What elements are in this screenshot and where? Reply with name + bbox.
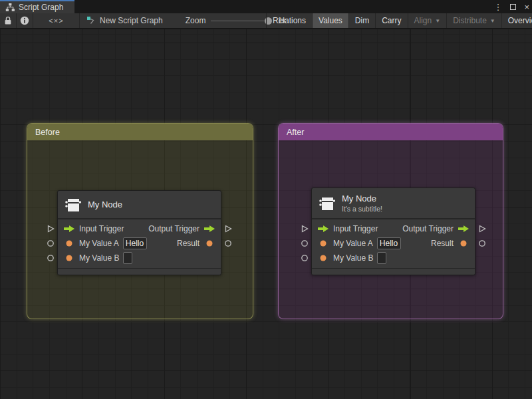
group-after-header[interactable]: After bbox=[279, 124, 503, 140]
flow-arrow-icon[interactable] bbox=[203, 225, 215, 233]
flow-arrow-icon[interactable] bbox=[63, 225, 75, 233]
value-a-input[interactable] bbox=[123, 237, 147, 249]
node-footer bbox=[58, 268, 221, 275]
group-before-label: Before bbox=[35, 128, 60, 137]
lock-button[interactable] bbox=[0, 13, 17, 28]
zoom-slider[interactable] bbox=[211, 17, 272, 25]
zoom-slider-track bbox=[211, 21, 272, 21]
inspector-button[interactable] bbox=[17, 13, 33, 28]
input-value-port-icon[interactable] bbox=[301, 254, 309, 262]
carry-button[interactable]: Carry bbox=[376, 13, 408, 28]
tab-script-graph[interactable]: Script Graph bbox=[0, 0, 74, 13]
port-row-value-a: My Value A Result bbox=[312, 236, 475, 251]
code-icon: <×> bbox=[49, 17, 63, 25]
node-header[interactable]: My Node It's a subtitle! bbox=[312, 188, 475, 219]
output-flow-port-icon[interactable] bbox=[478, 225, 486, 233]
close-icon[interactable]: × bbox=[524, 2, 529, 12]
unit-node-icon bbox=[65, 196, 82, 213]
node-title: My Node bbox=[342, 194, 382, 203]
port-row-value-a: My Value A Result bbox=[58, 236, 221, 251]
window-controls: ⋮ × bbox=[493, 0, 529, 13]
node-title: My Node bbox=[88, 200, 122, 209]
node-my-node-before[interactable]: My Node Input Trigger Output Trigge bbox=[57, 190, 221, 275]
carry-label: Carry bbox=[382, 16, 401, 25]
tab-title: Script Graph bbox=[19, 3, 63, 12]
input-value-port-icon[interactable] bbox=[47, 239, 55, 247]
group-before-header[interactable]: Before bbox=[27, 124, 253, 140]
port-row-trigger: Input Trigger Output Trigger bbox=[312, 221, 475, 236]
input-flow-port-icon[interactable] bbox=[301, 225, 309, 233]
input-flow-port-icon[interactable] bbox=[47, 225, 55, 233]
relations-button[interactable]: Relations bbox=[266, 13, 313, 28]
node-my-node-after[interactable]: My Node It's a subtitle! Input Trigger bbox=[311, 188, 475, 275]
window-menu-icon[interactable]: ⋮ bbox=[493, 2, 502, 12]
lock-icon bbox=[4, 16, 12, 25]
distribute-dropdown[interactable]: Distribute ▼ bbox=[447, 13, 502, 28]
graph-hierarchy-icon bbox=[5, 3, 15, 12]
graph-name-label: New Script Graph bbox=[100, 16, 163, 25]
values-button[interactable]: Values bbox=[313, 13, 349, 28]
value-dot-icon[interactable] bbox=[317, 254, 329, 263]
node-ports: Input Trigger Output Trigger bbox=[58, 219, 221, 267]
port-label: Result bbox=[177, 239, 200, 248]
values-label: Values bbox=[319, 16, 342, 25]
output-value-port-icon[interactable] bbox=[478, 239, 486, 247]
port-row-value-b: My Value B bbox=[312, 251, 475, 265]
dim-button[interactable]: Dim bbox=[349, 13, 376, 28]
value-b-input[interactable] bbox=[123, 252, 132, 264]
output-value-port-icon[interactable] bbox=[224, 239, 232, 247]
input-value-port-icon[interactable] bbox=[301, 239, 309, 247]
value-dot-icon[interactable] bbox=[63, 254, 75, 263]
value-a-input[interactable] bbox=[377, 237, 401, 249]
unit-node-icon bbox=[319, 195, 336, 212]
value-b-input[interactable] bbox=[377, 252, 386, 264]
zoom-label: Zoom bbox=[186, 16, 206, 25]
value-dot-icon[interactable] bbox=[203, 239, 215, 248]
output-flow-port-icon[interactable] bbox=[224, 225, 232, 233]
port-label: Input Trigger bbox=[333, 224, 378, 233]
flow-arrow-icon[interactable] bbox=[458, 225, 469, 233]
relations-label: Relations bbox=[273, 16, 306, 25]
port-label: Output Trigger bbox=[148, 224, 200, 233]
distribute-label: Distribute bbox=[453, 16, 487, 25]
input-value-port-icon[interactable] bbox=[47, 254, 55, 262]
node-header[interactable]: My Node bbox=[58, 191, 221, 219]
toolbar: <×> New Script Graph Zoom 1x Relatio bbox=[0, 13, 532, 29]
maximize-icon[interactable] bbox=[510, 4, 516, 10]
overview-label: Overview bbox=[508, 16, 532, 25]
port-label: My Value A bbox=[79, 239, 119, 248]
chevron-down-icon: ▼ bbox=[490, 18, 495, 24]
port-row-trigger: Input Trigger Output Trigger bbox=[58, 221, 221, 236]
script-graph-window: Script Graph ⋮ × bbox=[0, 0, 532, 399]
port-label: My Value B bbox=[333, 253, 373, 263]
port-label: My Value A bbox=[333, 239, 373, 248]
group-after-label: After bbox=[287, 128, 304, 137]
port-row-value-b: My Value B bbox=[58, 251, 221, 265]
port-label: Output Trigger bbox=[402, 224, 454, 233]
overview-button[interactable]: Overview bbox=[502, 13, 532, 28]
code-preview-button[interactable]: <×> bbox=[33, 13, 80, 28]
chevron-down-icon: ▼ bbox=[435, 18, 440, 24]
toolbar-left: <×> New Script Graph Zoom 1x bbox=[0, 13, 286, 28]
flow-arrow-icon[interactable] bbox=[317, 225, 329, 233]
port-label: Result bbox=[431, 239, 454, 248]
graph-asset-icon bbox=[86, 16, 96, 25]
title-bar: Script Graph ⋮ × bbox=[0, 0, 532, 13]
node-ports: Input Trigger Output Trigger bbox=[312, 219, 475, 267]
value-dot-icon[interactable] bbox=[63, 239, 75, 248]
toolbar-right: Relations Values Dim Carry Align ▼ Distr… bbox=[266, 13, 532, 28]
align-label: Align bbox=[414, 16, 432, 25]
node-footer bbox=[312, 268, 475, 275]
graph-canvas[interactable]: Before After My Node bbox=[0, 29, 532, 399]
port-label: My Value B bbox=[79, 253, 119, 263]
info-icon bbox=[20, 16, 29, 25]
port-label: Input Trigger bbox=[79, 224, 124, 233]
dim-label: Dim bbox=[355, 16, 369, 25]
new-script-graph-button[interactable]: New Script Graph bbox=[80, 13, 170, 28]
node-subtitle: It's a subtitle! bbox=[342, 205, 382, 213]
align-dropdown[interactable]: Align ▼ bbox=[408, 13, 448, 28]
value-dot-icon[interactable] bbox=[458, 239, 469, 248]
value-dot-icon[interactable] bbox=[317, 239, 329, 248]
